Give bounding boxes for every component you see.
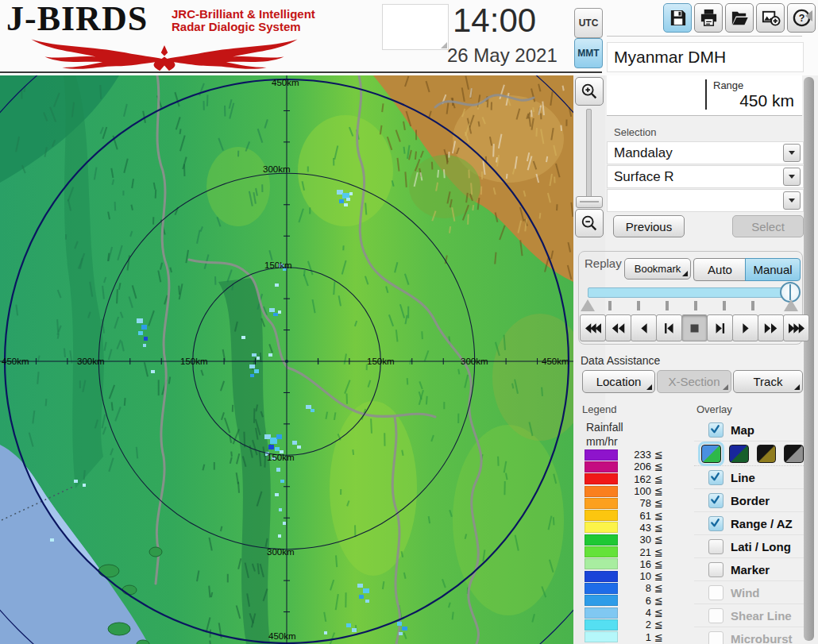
legend-operator: ≦ [654,534,663,546]
zoom-in-button[interactable] [575,77,604,106]
overlay-checkbox-shear-line[interactable] [708,608,723,623]
product-dropdown[interactable]: Surface R [607,165,804,188]
save-button[interactable] [663,3,692,33]
legend-value: 6 [627,595,651,607]
legend-color-swatch [585,619,618,631]
replay-range-end-marker[interactable] [784,299,798,311]
rain-echo [250,374,254,377]
legend-color-swatch [585,461,618,472]
legend-operator: ≦ [654,607,663,619]
image-plus-icon [761,8,781,28]
legend-color-swatch [585,534,618,546]
playback-forward-3x-button[interactable] [783,314,809,341]
print-button[interactable] [694,3,723,33]
playback-step-back-button[interactable] [656,314,682,341]
legend-value: 206 [627,461,651,472]
replay-tick [637,301,640,310]
playback-rewind-2x-button[interactable] [605,314,631,341]
legend-operator: ≦ [654,449,663,461]
open-button[interactable] [725,3,754,33]
legend-row: 21≦ [585,546,668,557]
overlay-checkbox-lati-long[interactable] [708,539,723,554]
rain-echo [359,595,364,599]
ring-label: 150km [180,357,208,366]
toolbar: ? [663,3,816,33]
range-label: Range [713,79,743,91]
legend-color-swatch [585,486,618,497]
overlay-checkbox-line[interactable] [708,470,723,485]
select-button[interactable]: Select [732,215,804,237]
legend-operator: ≦ [654,619,663,631]
rain-echo [278,310,281,314]
rain-echo [249,364,255,368]
rain-echo [399,632,403,635]
overlay-item-wind: Wind [694,581,804,604]
panel-collapse-arrow-icon[interactable] [805,10,812,21]
playback-play-button[interactable] [732,314,758,341]
overlay-checkbox-border[interactable] [708,493,723,508]
overlay-item-line: Line [694,466,804,489]
mmt-button[interactable]: MMT [574,38,603,68]
rain-echo [83,484,86,487]
rain-echo [144,337,148,341]
rain-echo [74,480,78,483]
map-style-swatch-1[interactable] [701,445,721,463]
rain-echo [254,369,259,373]
legend-color-swatch [585,571,618,582]
location-button[interactable]: Location [582,370,655,393]
ring-label: 450km [2,357,29,366]
rain-echo [141,325,147,330]
utc-button[interactable]: UTC [574,8,603,38]
overlay-item-range-az: Range / AZ [694,512,804,535]
replay-timeline-track[interactable] [588,287,788,298]
legend-operator: ≦ [654,631,663,643]
chevron-down-icon[interactable] [783,168,801,186]
zoom-out-button[interactable] [575,209,604,237]
overlay-checkbox-microburst[interactable] [708,631,723,644]
legend-row: 61≦ [585,510,668,520]
playback-rewind-3x-button[interactable] [580,314,606,341]
rain-echo [346,623,351,627]
x-section-button[interactable]: X-Section [657,370,731,393]
extra-dropdown[interactable] [607,189,804,212]
map-style-swatch-3[interactable] [757,445,777,463]
overlay-checkbox-range-az[interactable] [708,516,723,531]
overlay-item-marker: Marker [694,558,804,581]
bookmark-button[interactable]: Bookmark [624,258,691,280]
datetime-input[interactable] [382,4,449,50]
overlay-checkbox-map[interactable] [708,422,723,438]
zoom-slider-track[interactable] [586,109,592,204]
radar-map[interactable]: 450km300km150km150km300km450km450km300km… [0,75,573,644]
playback-forward-2x-button[interactable] [758,314,784,341]
rain-echo [275,283,279,287]
site-dropdown[interactable]: Mandalay [607,141,804,164]
playback-step-forward-button[interactable] [707,314,733,341]
ring-label: 450km [272,78,299,87]
replay-tick [723,301,726,310]
playback-play-reverse-button[interactable] [631,314,657,341]
playback-stop-button[interactable] [681,314,708,341]
add-image-button[interactable] [756,3,785,33]
track-button[interactable]: Track [733,370,803,393]
previous-button[interactable]: Previous [613,215,685,237]
ring-label: 150km [367,357,395,366]
rain-echo [311,409,314,412]
legend-operator: ≦ [654,510,663,522]
legend-operator: ≦ [654,546,663,558]
manual-button[interactable]: Manual [745,258,801,281]
zoom-slider-handle[interactable] [576,196,603,208]
overlay-checkbox-wind[interactable] [708,585,723,600]
overlay-checkbox-marker[interactable] [708,562,723,577]
panel-side-bar[interactable] [804,77,814,641]
chevron-down-icon[interactable] [783,191,801,210]
rain-echo [344,203,348,206]
map-style-swatch-2[interactable] [729,445,749,463]
rain-echo [50,538,54,542]
map-style-swatch-4[interactable] [784,445,804,463]
legend-color-swatch [585,473,618,484]
ring-label: 300km [461,357,488,366]
replay-range-start-marker[interactable] [581,299,595,311]
overlay-item-border: Border [694,489,804,512]
auto-button[interactable]: Auto [693,258,747,281]
chevron-down-icon[interactable] [783,144,801,162]
